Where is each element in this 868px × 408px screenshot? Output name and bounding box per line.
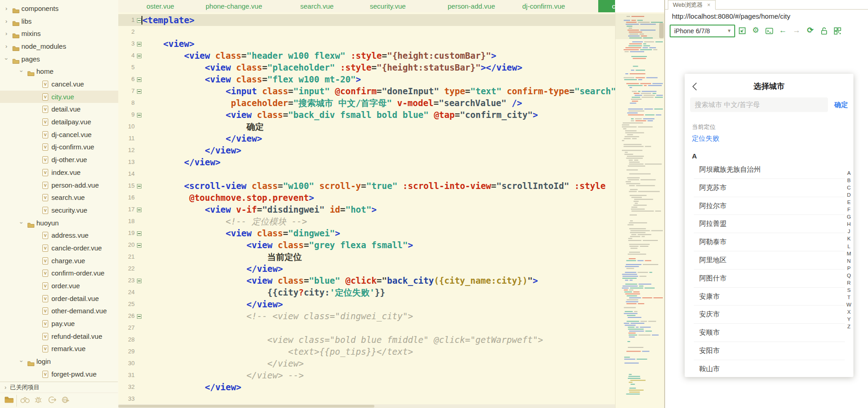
alphabet-index-letter[interactable]: A bbox=[845, 169, 853, 177]
tree-item-mixins[interactable]: ›mixins bbox=[0, 27, 118, 40]
tree-item-cancle-order-vue[interactable]: Vcancle-order.vue bbox=[0, 242, 118, 254]
tree-item-order-detail-vue[interactable]: Vorder-detail.vue bbox=[0, 292, 118, 305]
chevron-right-icon[interactable]: › bbox=[4, 40, 9, 52]
closed-projects-bar[interactable]: ›已关闭项目 bbox=[0, 382, 118, 393]
city-list-item[interactable]: 阿勒泰市 bbox=[699, 233, 845, 251]
back-icon[interactable]: ← bbox=[778, 26, 788, 36]
search-input[interactable]: 搜索城市 中文/首字母 bbox=[690, 97, 828, 112]
fold-marker-icon[interactable] bbox=[137, 279, 141, 283]
fold-marker-icon[interactable] bbox=[137, 77, 141, 82]
tree-item-refund-detail-vue[interactable]: Vrefund-detail.vue bbox=[0, 330, 118, 342]
fold-marker-icon[interactable] bbox=[137, 18, 141, 23]
editor-tab-oster-vue[interactable]: oster.vue bbox=[146, 0, 174, 12]
fold-marker-icon[interactable] bbox=[137, 54, 141, 58]
alphabet-index-letter[interactable]: T bbox=[845, 294, 853, 301]
alphabet-index-letter[interactable]: Z bbox=[845, 323, 853, 330]
forward-icon[interactable]: → bbox=[792, 26, 802, 36]
editor-tab-phone-change-vue[interactable]: phone-change.vue bbox=[206, 0, 262, 12]
alphabet-index-letter[interactable]: Q bbox=[845, 272, 853, 279]
alphabet-index-letter[interactable]: J bbox=[845, 228, 853, 235]
editor-tab-person-add-vue[interactable]: person-add.vue bbox=[448, 0, 495, 12]
alphabet-index-letter[interactable]: D bbox=[845, 191, 853, 199]
chevron-right-icon[interactable]: › bbox=[4, 27, 9, 40]
city-list-item[interactable]: 安阳市 bbox=[699, 342, 845, 360]
chevron-down-icon[interactable]: › bbox=[15, 69, 28, 74]
editor-tab-search-vue[interactable]: search.vue bbox=[300, 0, 333, 12]
alphabet-index-letter[interactable]: R bbox=[845, 279, 853, 286]
chevron-right-icon[interactable]: › bbox=[4, 15, 9, 27]
project-folder-icon[interactable] bbox=[5, 396, 14, 405]
tree-item-dj-confirm-vue[interactable]: Vdj-confirm.vue bbox=[0, 141, 118, 153]
chevron-right-icon[interactable]: › bbox=[4, 2, 9, 15]
tree-item-search-vue[interactable]: Vsearch.vue bbox=[0, 191, 118, 204]
city-list-item[interactable]: 鞍山市 bbox=[699, 360, 845, 378]
fold-marker-icon[interactable] bbox=[137, 184, 141, 189]
tree-item-address-vue[interactable]: Vaddress.vue bbox=[0, 229, 118, 241]
tree-item-order-vue[interactable]: Vorder.vue bbox=[0, 280, 118, 292]
browser-panel-tab[interactable]: Web浏览器× bbox=[668, 0, 716, 10]
search-binoculars-icon[interactable] bbox=[20, 396, 30, 405]
alphabet-index-letter[interactable]: M bbox=[845, 250, 853, 257]
fold-marker-icon[interactable] bbox=[137, 231, 141, 236]
alphabet-index-letter[interactable]: F bbox=[845, 206, 853, 213]
city-list-item[interactable]: 阿拉善盟 bbox=[699, 214, 845, 233]
alphabet-index-letter[interactable]: W bbox=[845, 301, 853, 308]
alphabet-index-letter[interactable]: E bbox=[845, 199, 853, 206]
tree-item-dj-other-vue[interactable]: Vdj-other.vue bbox=[0, 153, 118, 166]
city-list-item[interactable]: 阿拉尔市 bbox=[699, 197, 845, 215]
tree-item-charge-vue[interactable]: Vcharge.vue bbox=[0, 255, 118, 267]
editor-tab-city-vue[interactable]: city.vue bbox=[598, 0, 615, 12]
minimap-scroll-thumb[interactable] bbox=[659, 23, 664, 38]
alphabet-index-letter[interactable]: S bbox=[845, 286, 853, 294]
city-list-item[interactable]: 安康市 bbox=[699, 287, 845, 306]
tree-item-confirm-order-vue[interactable]: Vconfirm-order.vue bbox=[0, 267, 118, 279]
tree-item-dj-cancel-vue[interactable]: Vdj-cancel.vue bbox=[0, 128, 118, 141]
confirm-button[interactable]: 确定 bbox=[834, 97, 848, 112]
current-location-value[interactable]: 定位失败 bbox=[692, 134, 719, 143]
editor-minimap[interactable] bbox=[615, 12, 665, 408]
tree-item-node_modules[interactable]: ›node_modules bbox=[0, 40, 118, 52]
console-icon[interactable] bbox=[764, 26, 774, 36]
city-list-item[interactable]: 安顺市 bbox=[699, 323, 845, 342]
fold-marker-icon[interactable] bbox=[137, 42, 141, 46]
tree-item-pay-vue[interactable]: Vpay.vue bbox=[0, 317, 118, 330]
tree-item-detail-vue[interactable]: Vdetail.vue bbox=[0, 103, 118, 115]
alphabet-index-letter[interactable]: G bbox=[845, 213, 853, 220]
web-globe-icon[interactable] bbox=[61, 396, 70, 405]
alphabet-index-letter[interactable]: K bbox=[845, 235, 853, 242]
horizontal-scrollbar[interactable] bbox=[118, 404, 615, 408]
fold-marker-icon[interactable] bbox=[137, 89, 141, 94]
tree-item-remark-vue[interactable]: Vremark.vue bbox=[0, 342, 118, 355]
city-list-item[interactable]: 阿里地区 bbox=[699, 251, 845, 269]
alphabet-index-letter[interactable]: Y bbox=[845, 316, 853, 323]
scale-icon[interactable] bbox=[737, 26, 747, 36]
editor-tab-security-vue[interactable]: security.vue bbox=[370, 0, 406, 12]
chevron-down-icon[interactable]: › bbox=[15, 220, 28, 225]
fold-marker-icon[interactable] bbox=[137, 208, 141, 212]
code-area[interactable]: 1<template>23 <view>4 <view class="heade… bbox=[118, 12, 615, 404]
fold-marker-icon[interactable] bbox=[137, 314, 141, 319]
city-list-item[interactable]: 阿克苏市 bbox=[699, 178, 845, 197]
alphabet-index-letter[interactable]: C bbox=[845, 184, 853, 191]
city-list-item[interactable]: 阿图什市 bbox=[699, 269, 845, 287]
tree-item-home[interactable]: ›home bbox=[0, 65, 118, 77]
horizontal-scrollbar-thumb[interactable] bbox=[118, 405, 374, 408]
city-list-item[interactable]: 安庆市 bbox=[699, 305, 845, 323]
console-arrow-icon[interactable] bbox=[47, 396, 57, 405]
tree-item-index-vue[interactable]: Vindex.vue bbox=[0, 166, 118, 178]
tree-item-other-demand-vue[interactable]: Vother-demand.vue bbox=[0, 305, 118, 317]
chevron-down-icon[interactable]: › bbox=[15, 359, 28, 364]
editor-tab-dj-confirm-vue[interactable]: dj-confirm.vue bbox=[522, 0, 565, 12]
debug-bug-icon[interactable] bbox=[34, 396, 43, 405]
alphabet-index-letter[interactable]: N bbox=[845, 257, 853, 265]
qrcode-icon[interactable] bbox=[833, 26, 843, 36]
alphabet-index-letter[interactable]: H bbox=[845, 220, 853, 228]
alphabet-index-letter[interactable]: B bbox=[845, 177, 853, 184]
fold-marker-icon[interactable] bbox=[137, 243, 141, 248]
tree-item-libs[interactable]: ›libs bbox=[0, 15, 118, 27]
tree-item-security-vue[interactable]: Vsecurity.vue bbox=[0, 204, 118, 216]
refresh-icon[interactable]: ⟳ bbox=[805, 26, 815, 36]
alphabet-index-letter[interactable]: P bbox=[845, 265, 853, 272]
chevron-down-icon[interactable]: › bbox=[0, 56, 13, 61]
alphabet-index-letter[interactable]: X bbox=[845, 308, 853, 316]
